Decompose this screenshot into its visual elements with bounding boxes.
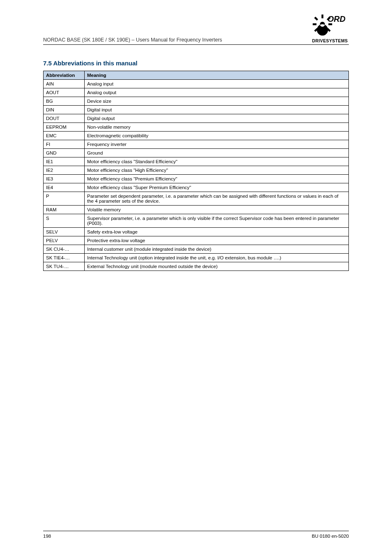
cell-meaning: Motor efficiency class "Super Premium Ef…	[85, 183, 349, 192]
cell-meaning: Digital output	[85, 114, 349, 123]
section-title: 7.5 Abbreviations in this manual	[43, 60, 349, 67]
cell-abbreviation: SK TU4-…	[44, 262, 85, 271]
cell-abbreviation: EEPROM	[44, 123, 85, 132]
cell-abbreviation: BG	[44, 97, 85, 106]
cell-meaning: Device size	[85, 97, 349, 106]
col-meaning: Meaning	[85, 71, 349, 80]
cell-meaning: Internal Technology unit (option integra…	[85, 254, 349, 262]
table-row: AINAnalog input	[44, 80, 349, 88]
table-header-row: Abbreviation Meaning	[44, 71, 349, 80]
cell-meaning: Non-volatile memory	[85, 123, 349, 132]
cell-abbreviation: IE3	[44, 175, 85, 183]
brand-logo: ORD DRIVESYSTEMS	[311, 12, 349, 43]
table-row: SSupervisor parameter, i.e. a parameter …	[44, 214, 349, 228]
doc-code: BU 0180 en-5020	[312, 534, 349, 539]
table-row: IE1Motor efficiency class "Standard Effi…	[44, 157, 349, 166]
cell-abbreviation: AOUT	[44, 88, 85, 97]
table-row: SK CU4-…Internal customer unit (module i…	[44, 245, 349, 254]
svg-text:ORD: ORD	[327, 14, 346, 23]
brand-logo-text: DRIVESYSTEMS	[311, 38, 349, 43]
table-row: IE2Motor efficiency class "High Efficien…	[44, 166, 349, 175]
cell-abbreviation: FI	[44, 140, 85, 149]
cell-abbreviation: DOUT	[44, 114, 85, 123]
cell-meaning: Safety extra-low voltage	[85, 228, 349, 236]
table-row: RAMVolatile memory	[44, 206, 349, 214]
cell-abbreviation: SK TIE4-…	[44, 254, 85, 262]
table-row: FIFrequency inverter	[44, 140, 349, 149]
table-row: EEPROMNon-volatile memory	[44, 123, 349, 132]
cell-abbreviation: EMC	[44, 132, 85, 140]
cell-abbreviation: IE1	[44, 157, 85, 166]
cell-meaning: Analog output	[85, 88, 349, 97]
cell-meaning: Frequency inverter	[85, 140, 349, 149]
table-row: IE3Motor efficiency class "Premium Effic…	[44, 175, 349, 183]
table-row: BGDevice size	[44, 97, 349, 106]
table-row: AOUTAnalog output	[44, 88, 349, 97]
svg-rect-2	[313, 23, 316, 25]
cell-meaning: Protective extra-low voltage	[85, 236, 349, 245]
cell-abbreviation: AIN	[44, 80, 85, 88]
cell-abbreviation: DIN	[44, 106, 85, 114]
cell-meaning: Parameter set dependent parameter, i.e. …	[85, 192, 349, 206]
cell-meaning: Ground	[85, 149, 349, 157]
cell-abbreviation: SK CU4-…	[44, 245, 85, 254]
abbreviations-table: Abbreviation Meaning AINAnalog inputAOUT…	[43, 71, 349, 271]
cell-abbreviation: RAM	[44, 206, 85, 214]
table-row: DINDigital input	[44, 106, 349, 114]
table-row: EMCElectromagnetic compatibility	[44, 132, 349, 140]
table-row: SK TU4-…External Technology unit (module…	[44, 262, 349, 271]
cell-meaning: Motor efficiency class "Premium Efficien…	[85, 175, 349, 183]
svg-rect-0	[321, 14, 323, 18]
page-number: 198	[43, 534, 51, 539]
table-row: DOUTDigital output	[44, 114, 349, 123]
table-row: SK TIE4-…Internal Technology unit (optio…	[44, 254, 349, 262]
cell-meaning: Electromagnetic compatibility	[85, 132, 349, 140]
cell-abbreviation: S	[44, 214, 85, 228]
table-row: PELVProtective extra-low voltage	[44, 236, 349, 245]
cell-abbreviation: PELV	[44, 236, 85, 245]
page-content: 7.5 Abbreviations in this manual Abbrevi…	[0, 45, 392, 271]
col-abbreviation: Abbreviation	[44, 71, 85, 80]
svg-rect-1	[321, 30, 323, 34]
cell-meaning: External Technology unit (module mounted…	[85, 262, 349, 271]
cell-meaning: Motor efficiency class "High Efficiency"	[85, 166, 349, 175]
nord-gear-icon: ORD	[311, 12, 349, 36]
page-footer: 198 BU 0180 en-5020	[43, 531, 349, 539]
doc-title: NORDAC BASE (SK 180E / SK 190E) – Users …	[43, 37, 349, 45]
cell-abbreviation: IE2	[44, 166, 85, 175]
table-row: IE4Motor efficiency class "Super Premium…	[44, 183, 349, 192]
cell-meaning: Analog input	[85, 80, 349, 88]
page-header: ORD DRIVESYSTEMS NORDAC BASE (SK 180E / …	[0, 0, 392, 45]
table-row: PParameter set dependent parameter, i.e.…	[44, 192, 349, 206]
cell-meaning: Volatile memory	[85, 206, 349, 214]
cell-abbreviation: SELV	[44, 228, 85, 236]
cell-meaning: Digital input	[85, 106, 349, 114]
cell-abbreviation: IE4	[44, 183, 85, 192]
cell-meaning: Motor efficiency class "Standard Efficie…	[85, 157, 349, 166]
cell-meaning: Internal customer unit (module integrate…	[85, 245, 349, 254]
cell-abbreviation: P	[44, 192, 85, 206]
cell-meaning: Supervisor parameter, i.e. a parameter w…	[85, 214, 349, 228]
table-row: GNDGround	[44, 149, 349, 157]
cell-abbreviation: GND	[44, 149, 85, 157]
svg-rect-3	[328, 23, 332, 25]
table-row: SELVSafety extra-low voltage	[44, 228, 349, 236]
svg-rect-4	[314, 16, 318, 21]
